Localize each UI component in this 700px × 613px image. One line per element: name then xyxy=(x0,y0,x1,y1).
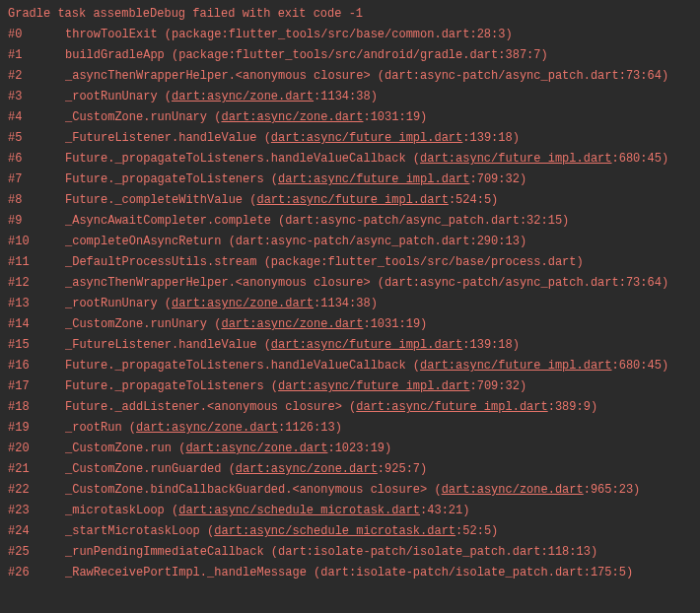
source-link[interactable]: dart:async/future impl.dart xyxy=(278,379,469,393)
frame-suffix: :43:21) xyxy=(420,504,469,517)
frame-suffix: :680:45) xyxy=(612,152,669,166)
source-link[interactable]: dart:async/future impl.dart xyxy=(278,172,469,186)
source-link[interactable]: dart:async/schedule microtask.dart xyxy=(178,504,420,517)
frame-number: #4 xyxy=(8,107,65,128)
frame-suffix: :139:18) xyxy=(462,338,520,352)
frame-number: #15 xyxy=(8,335,65,356)
frame-number: #10 xyxy=(8,232,65,252)
frame-number: #3 xyxy=(8,87,65,107)
frame-suffix: :925:7) xyxy=(378,462,427,476)
stack-frame: #19_rootRun (dart:async/zone.dart:1126:1… xyxy=(8,418,692,439)
stack-frame: #25_runPendingImmediateCallback (dart:is… xyxy=(8,542,692,563)
source-link[interactable]: dart:async/zone.dart xyxy=(136,421,278,435)
frame-content: Future._propagateToListeners (dart:async… xyxy=(65,170,526,190)
stack-frame: #26_RawReceivePortImpl._handleMessage (d… xyxy=(8,563,692,583)
frame-prefix: _runPendingImmediateCallback (dart:isola… xyxy=(65,545,597,559)
frame-prefix: _CustomZone.run ( xyxy=(65,442,185,455)
frame-content: _microtaskLoop (dart:async/schedule micr… xyxy=(65,501,469,521)
source-link[interactable]: dart:async/future impl.dart xyxy=(256,193,448,207)
frame-suffix: :389:9) xyxy=(548,400,597,414)
frame-content: _DefaultProcessUtils.stream (package:flu… xyxy=(65,252,584,273)
stack-frame: #11_DefaultProcessUtils.stream (package:… xyxy=(8,252,692,273)
frame-number: #21 xyxy=(8,459,65,480)
frame-number: #13 xyxy=(8,294,65,314)
frame-number: #24 xyxy=(8,521,65,542)
source-link[interactable]: dart:async/zone.dart xyxy=(221,110,363,124)
stack-frame: #6Future._propagateToListeners.handleVal… xyxy=(8,149,692,170)
source-link[interactable]: dart:async/zone.dart xyxy=(442,483,584,497)
frame-content: Future._propagateToListeners.handleValue… xyxy=(65,149,668,170)
frame-suffix: :139:18) xyxy=(462,131,520,145)
stack-frame: #2_asyncThenWrapperHelper.<anonymous clo… xyxy=(8,66,692,87)
frame-suffix: :1134:38) xyxy=(314,297,378,310)
source-link[interactable]: dart:async/schedule microtask.dart xyxy=(214,524,455,538)
source-link[interactable]: dart:async/future impl.dart xyxy=(420,359,611,373)
stack-frame: #9_AsyncAwaitCompleter.complete (dart:as… xyxy=(8,211,692,232)
frame-number: #7 xyxy=(8,170,65,190)
frame-content: _runPendingImmediateCallback (dart:isola… xyxy=(65,542,597,563)
source-link[interactable]: dart:async/zone.dart xyxy=(221,317,363,331)
frame-content: _FutureListener.handleValue (dart:async/… xyxy=(65,128,520,149)
source-link[interactable]: dart:async/zone.dart xyxy=(172,297,314,310)
source-link[interactable]: dart:async/zone.dart xyxy=(172,90,314,103)
error-header: Gradle task assembleDebug failed with ex… xyxy=(8,4,692,25)
frame-prefix: _rootRunUnary ( xyxy=(65,297,172,310)
frame-content: _rootRunUnary (dart:async/zone.dart:1134… xyxy=(65,294,378,314)
frame-content: Future._addListener.<anonymous closure> … xyxy=(65,397,597,418)
frame-prefix: _rootRunUnary ( xyxy=(65,90,172,103)
frame-prefix: _asyncThenWrapperHelper.<anonymous closu… xyxy=(65,69,668,83)
frame-number: #1 xyxy=(8,45,65,66)
stack-frame: #22_CustomZone.bindCallbackGuarded.<anon… xyxy=(8,480,692,501)
frame-suffix: :709:32) xyxy=(469,379,526,393)
stack-frame: #14_CustomZone.runUnary (dart:async/zone… xyxy=(8,314,692,335)
source-link[interactable]: dart:async/zone.dart xyxy=(185,442,327,455)
frame-content: _completeOnAsyncReturn (dart:async-patch… xyxy=(65,232,526,252)
frame-content: buildGradleApp (package:flutter_tools/sr… xyxy=(65,45,548,66)
frame-number: #26 xyxy=(8,563,65,583)
frame-content: _CustomZone.bindCallbackGuarded.<anonymo… xyxy=(65,480,640,501)
frame-suffix: :1023:19) xyxy=(327,442,391,455)
frame-suffix: :1134:38) xyxy=(314,90,378,103)
frame-suffix: :709:32) xyxy=(469,172,526,186)
frame-number: #19 xyxy=(8,418,65,439)
stack-frame: #3_rootRunUnary (dart:async/zone.dart:11… xyxy=(8,87,692,107)
stack-frame: #17Future._propagateToListeners (dart:as… xyxy=(8,376,692,397)
frame-prefix: _FutureListener.handleValue ( xyxy=(65,338,271,352)
frame-number: #22 xyxy=(8,480,65,501)
frame-number: #11 xyxy=(8,252,65,273)
frame-number: #18 xyxy=(8,397,65,418)
frame-prefix: _startMicrotaskLoop ( xyxy=(65,524,214,538)
frame-suffix: :965:23) xyxy=(584,483,641,497)
frame-suffix: :1126:13) xyxy=(278,421,342,435)
frame-content: _RawReceivePortImpl._handleMessage (dart… xyxy=(65,563,633,583)
frame-prefix: _DefaultProcessUtils.stream (package:flu… xyxy=(65,255,584,269)
frame-content: _rootRunUnary (dart:async/zone.dart:1134… xyxy=(65,87,378,107)
frame-number: #5 xyxy=(8,128,65,149)
frame-prefix: Future._propagateToListeners.handleValue… xyxy=(65,359,420,373)
stack-frame: #21_CustomZone.runGuarded (dart:async/zo… xyxy=(8,459,692,480)
frame-prefix: throwToolExit (package:flutter_tools/src… xyxy=(65,28,513,41)
stack-frame: #0throwToolExit (package:flutter_tools/s… xyxy=(8,25,692,45)
frame-prefix: _CustomZone.bindCallbackGuarded.<anonymo… xyxy=(65,483,442,497)
frame-prefix: Future._propagateToListeners ( xyxy=(65,379,278,393)
stack-frame: #7Future._propagateToListeners (dart:asy… xyxy=(8,170,692,190)
frame-number: #17 xyxy=(8,376,65,397)
source-link[interactable]: dart:async/future impl.dart xyxy=(356,400,547,414)
frame-content: Future._propagateToListeners.handleValue… xyxy=(65,356,668,376)
source-link[interactable]: dart:async/future impl.dart xyxy=(271,131,462,145)
frame-suffix: :1031:19) xyxy=(363,317,427,331)
frame-content: Future._completeWithValue (dart:async/fu… xyxy=(65,190,498,211)
source-link[interactable]: dart:async/future impl.dart xyxy=(420,152,611,166)
frame-prefix: _asyncThenWrapperHelper.<anonymous closu… xyxy=(65,276,668,290)
frame-prefix: buildGradleApp (package:flutter_tools/sr… xyxy=(65,48,548,62)
source-link[interactable]: dart:async/zone.dart xyxy=(236,462,378,476)
stack-trace-container: #0throwToolExit (package:flutter_tools/s… xyxy=(8,25,692,583)
source-link[interactable]: dart:async/future impl.dart xyxy=(271,338,462,352)
frame-content: _startMicrotaskLoop (dart:async/schedule… xyxy=(65,521,498,542)
stack-frame: #1buildGradleApp (package:flutter_tools/… xyxy=(8,45,692,66)
frame-suffix: :524:5) xyxy=(449,193,498,207)
frame-prefix: _completeOnAsyncReturn (dart:async-patch… xyxy=(65,235,526,248)
frame-prefix: Future._addListener.<anonymous closure> … xyxy=(65,400,356,414)
frame-prefix: _CustomZone.runUnary ( xyxy=(65,110,221,124)
stack-frame: #10_completeOnAsyncReturn (dart:async-pa… xyxy=(8,232,692,252)
